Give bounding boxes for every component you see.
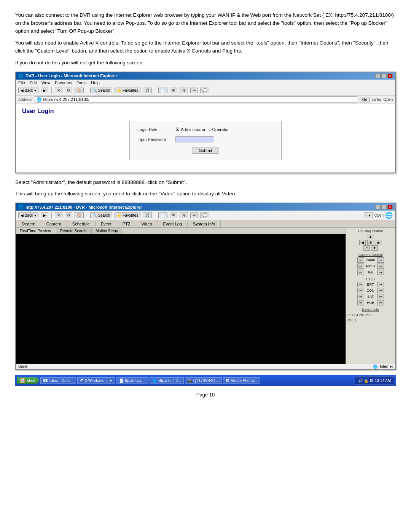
dvr-minimize-button[interactable]: _ bbox=[375, 205, 381, 209]
dvr-history-button[interactable]: 📄 bbox=[158, 212, 167, 218]
dvr-back-button[interactable]: ◀ Back ▾ bbox=[18, 212, 38, 218]
nav-video[interactable]: Video bbox=[136, 220, 158, 227]
taskbar-item-5[interactable]: 🖼 Adobe Photos... bbox=[223, 377, 260, 384]
sat-out-button[interactable]: ⇐ bbox=[357, 294, 364, 299]
taskbar-item-3[interactable]: 🌐 http://75.4.2... bbox=[150, 377, 184, 384]
back-button[interactable]: ◀ Back ▾ bbox=[18, 88, 38, 93]
edit-btn[interactable]: ✏ bbox=[190, 88, 198, 93]
tab-motion-setup[interactable]: Motion Setup bbox=[91, 228, 122, 234]
housing-down-row: ↗ ▼ bbox=[347, 245, 393, 251]
dvr-forward-button[interactable]: ▶ bbox=[41, 212, 48, 218]
dvr-favorites-button[interactable]: ⭐ Favorites bbox=[115, 212, 140, 218]
zoom-out-button[interactable]: ⇐ bbox=[357, 257, 364, 263]
menu-help[interactable]: Help bbox=[91, 80, 100, 85]
login-form: Login Role ⦿ Administrator ○ Operator In… bbox=[129, 121, 282, 160]
forward-button[interactable]: ▶ bbox=[41, 88, 48, 93]
iris-in-button[interactable]: ⇒ bbox=[377, 270, 384, 275]
hue-in-button[interactable]: ⇒ bbox=[377, 300, 384, 305]
mail-button[interactable]: ✉ bbox=[170, 88, 177, 93]
dvr-discuss-button[interactable]: 💬 bbox=[200, 212, 209, 218]
housing-down-button[interactable]: ▼ bbox=[371, 245, 378, 251]
housing-up-button[interactable]: ▲ bbox=[367, 234, 374, 239]
tab-remote-search[interactable]: Remote Search bbox=[56, 228, 91, 234]
housing-left-button[interactable]: ◀ bbox=[359, 240, 366, 245]
nav-ptz[interactable]: PTZ bbox=[117, 220, 136, 227]
focus-label: Focus bbox=[365, 264, 376, 268]
dvr-search-button[interactable]: 🔍 Search bbox=[90, 212, 112, 218]
status-done: Done bbox=[18, 364, 27, 369]
refresh-button[interactable]: ↻ bbox=[65, 88, 72, 93]
login-ie-window: 🌐 DVR - User Login - Microsoft Internet … bbox=[15, 72, 396, 173]
print-button[interactable]: 🖨 bbox=[180, 88, 188, 93]
maximize-button[interactable]: □ bbox=[381, 73, 387, 78]
iris-out-button[interactable]: ⇐ bbox=[357, 270, 364, 275]
housing-center-button[interactable]: ⊕ bbox=[367, 240, 374, 245]
discuss-button[interactable]: 💬 bbox=[200, 88, 209, 93]
dvr-maximize-button[interactable]: □ bbox=[381, 205, 387, 209]
status-internet-icon: 🌐 bbox=[373, 364, 378, 369]
search-button[interactable]: 🔍 Search bbox=[90, 88, 112, 93]
radio-administrator[interactable]: ⦿ Administrator bbox=[175, 127, 206, 132]
home-button[interactable]: 🏠 bbox=[75, 88, 84, 93]
favorites-button[interactable]: ⭐ Favorites bbox=[115, 88, 140, 93]
taskbar-item-2[interactable]: 📄 ftp://frt.wip... bbox=[116, 377, 148, 384]
dvr-print-button[interactable]: 🖨 bbox=[180, 212, 188, 218]
nav-event[interactable]: Event bbox=[96, 220, 117, 227]
taskbar-item-4[interactable]: 📷 QT170VR4C ... bbox=[185, 377, 222, 384]
go-button[interactable]: Go bbox=[360, 97, 370, 102]
nav-camera[interactable]: Camera bbox=[41, 220, 67, 227]
hue-out-button[interactable]: ⇐ bbox=[357, 300, 364, 305]
start-button[interactable]: 🪟 start bbox=[17, 377, 39, 384]
housing-right-button[interactable]: ▶ bbox=[376, 240, 382, 245]
minimize-button[interactable]: _ bbox=[375, 73, 381, 78]
dvr-ie-window: 🌐 http://75.4.207.211:8100 - DVR - Micro… bbox=[15, 203, 396, 370]
menu-view[interactable]: View bbox=[41, 80, 51, 85]
dvr-home-button[interactable]: 🏠 bbox=[75, 212, 84, 218]
menu-file[interactable]: File bbox=[18, 80, 25, 85]
sat-in-button[interactable]: ⇒ bbox=[377, 294, 384, 299]
close-button[interactable]: ✕ bbox=[387, 73, 393, 78]
brt-label: BRT bbox=[365, 283, 376, 286]
menu-favorites[interactable]: Favorites bbox=[55, 80, 72, 85]
dvr-toolbar: ◀ Back ▾ ▶ ✕ ↻ 🏠 🔍 Search ⭐ Favorites 🎵 … bbox=[16, 211, 395, 220]
taskbar-tray: 🔊 🔒 🖥 10:14 AM bbox=[355, 376, 394, 385]
history-button[interactable]: 📄 bbox=[158, 88, 167, 93]
dvr-mail-button[interactable]: ✉ bbox=[170, 212, 177, 218]
taskbar-item-0[interactable]: 📧 Inbox - Outlo... bbox=[40, 377, 76, 384]
login-content: User Login Login Role ⦿ Administrator ○ … bbox=[16, 104, 395, 173]
password-input[interactable] bbox=[175, 136, 213, 142]
tray-icons: 🔊 🔒 🖥 bbox=[358, 379, 373, 383]
tab-realtime-preview[interactable]: RealTime Preview bbox=[16, 228, 55, 234]
nav-schedule[interactable]: Schedule bbox=[67, 220, 96, 227]
menu-tools[interactable]: Tools bbox=[77, 80, 87, 85]
intro-para3: If you do not do this you will not get t… bbox=[15, 59, 396, 67]
radio-operator[interactable]: ○ Operator bbox=[209, 127, 229, 132]
zoom-in-button[interactable]: ⇒ bbox=[377, 257, 384, 263]
menu-edit[interactable]: Edit bbox=[30, 80, 37, 85]
brt-out-button[interactable]: ⇐ bbox=[357, 282, 364, 287]
address-input[interactable]: 🌐 http://75.4.207.211:8100/ bbox=[35, 96, 357, 103]
media-button[interactable]: 🎵 bbox=[143, 88, 152, 93]
brt-in-button[interactable]: ⇒ bbox=[377, 282, 384, 287]
taskbar-item-1[interactable]: 🗗 3 Windows ... ▼ bbox=[77, 377, 115, 384]
dvr-options-button[interactable]: ○▾ bbox=[364, 212, 373, 218]
nav-eventlog[interactable]: Event Log bbox=[158, 220, 188, 227]
housing-tilt-up[interactable]: ↗ bbox=[363, 245, 370, 251]
nav-sysinfo[interactable]: System Info bbox=[188, 220, 221, 227]
focus-in-button[interactable]: ⇒ bbox=[377, 264, 384, 269]
focus-out-button[interactable]: ⇐ bbox=[357, 264, 364, 269]
con-in-button[interactable]: ⇒ bbox=[377, 288, 384, 293]
device-ch: CH: 1 bbox=[347, 318, 393, 322]
login-role-row: Login Role ⦿ Administrator ○ Operator bbox=[137, 127, 274, 132]
taskbar: 🪟 start 📧 Inbox - Outlo... 🗗 3 Windows .… bbox=[15, 375, 396, 386]
dvr-close-button[interactable]: ✕ bbox=[387, 205, 393, 209]
con-out-button[interactable]: ⇐ bbox=[357, 288, 364, 293]
dvr-refresh-button[interactable]: ↻ bbox=[65, 212, 72, 218]
stop-button[interactable]: ✕ bbox=[55, 88, 62, 93]
dvr-stop-button[interactable]: ✕ bbox=[55, 212, 62, 218]
dvr-media-button[interactable]: 🎵 bbox=[143, 212, 152, 218]
dvr-edit-btn[interactable]: ✏ bbox=[190, 212, 198, 218]
nav-system[interactable]: System bbox=[16, 220, 41, 227]
ie-logo-icon: 🌐 bbox=[18, 73, 24, 78]
submit-button[interactable]: Submit bbox=[193, 147, 218, 154]
